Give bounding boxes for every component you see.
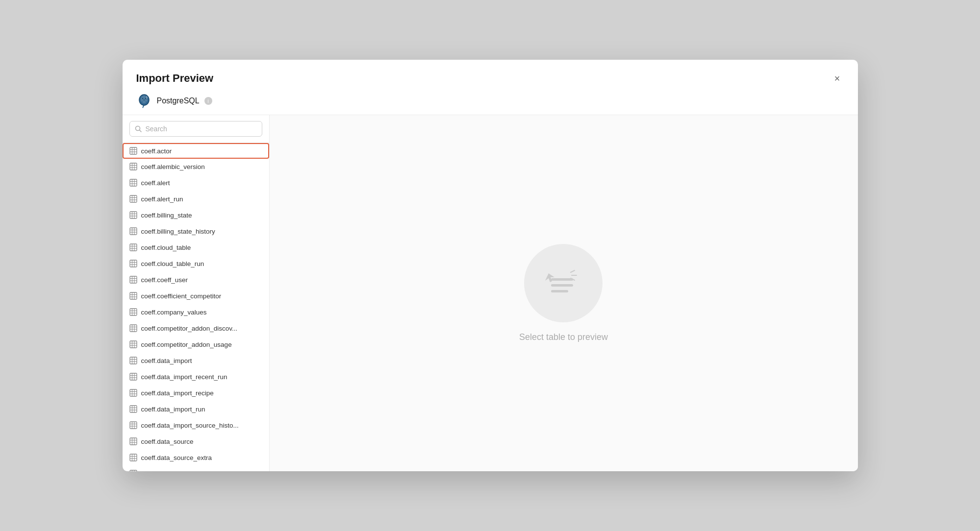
table-list-item[interactable]: coeff.company_values bbox=[123, 304, 269, 320]
svg-rect-141 bbox=[551, 284, 573, 287]
table-list-item[interactable]: coeff.competitor_addon_discov... bbox=[123, 320, 269, 337]
table-icon bbox=[129, 195, 137, 203]
modal-body: coeff.actor coeff.alembic_version coeff.… bbox=[123, 115, 858, 471]
svg-rect-90 bbox=[130, 406, 137, 412]
svg-rect-65 bbox=[130, 325, 137, 332]
svg-rect-75 bbox=[130, 357, 137, 364]
table-name: coeff.coefficient_competitor bbox=[141, 292, 222, 300]
svg-point-7 bbox=[143, 99, 145, 101]
table-list-item[interactable]: coeff.competitor_addon_usage bbox=[123, 337, 269, 353]
table-name: coeff.cloud_table_run bbox=[141, 260, 204, 267]
table-name: coeff.billing_state bbox=[141, 212, 192, 219]
table-name: coeff.data_source bbox=[141, 438, 194, 445]
table-name: coeff.alembic_version bbox=[141, 163, 205, 170]
table-list-item[interactable]: coeff.coeff_user bbox=[123, 272, 269, 288]
table-icon bbox=[129, 227, 137, 235]
table-name: coeff.data_import_run bbox=[141, 406, 205, 413]
search-container bbox=[123, 115, 269, 143]
svg-rect-100 bbox=[130, 438, 137, 445]
svg-point-6 bbox=[145, 98, 146, 99]
svg-rect-35 bbox=[130, 228, 137, 235]
table-name: coeff.company_values bbox=[141, 309, 207, 316]
modal-header: Import Preview × bbox=[123, 60, 858, 85]
svg-rect-95 bbox=[130, 422, 137, 429]
svg-rect-25 bbox=[130, 195, 137, 202]
table-name: coeff.domain_config bbox=[141, 470, 201, 472]
svg-rect-45 bbox=[130, 260, 137, 267]
table-name: coeff.competitor_addon_discov... bbox=[141, 325, 238, 332]
db-name: PostgreSQL bbox=[157, 97, 200, 105]
loading-table-icon bbox=[541, 264, 585, 303]
table-name: coeff.competitor_addon_usage bbox=[141, 341, 232, 348]
table-name: coeff.actor bbox=[141, 147, 172, 155]
info-icon[interactable]: i bbox=[204, 97, 212, 105]
svg-point-5 bbox=[142, 98, 143, 99]
table-name: coeff.data_source_extra bbox=[141, 454, 212, 461]
svg-rect-70 bbox=[130, 341, 137, 348]
table-list-item[interactable]: coeff.billing_state bbox=[123, 207, 269, 223]
close-button[interactable]: × bbox=[830, 72, 844, 85]
svg-rect-85 bbox=[130, 389, 137, 396]
table-icon bbox=[129, 179, 137, 187]
table-list: coeff.actor coeff.alembic_version coeff.… bbox=[123, 143, 269, 471]
table-list-item[interactable]: coeff.data_import_run bbox=[123, 401, 269, 417]
table-list-item[interactable]: coeff.cloud_table bbox=[123, 240, 269, 256]
table-name: coeff.data_import bbox=[141, 357, 192, 364]
table-icon bbox=[129, 389, 137, 397]
table-name: coeff.coeff_user bbox=[141, 276, 188, 284]
table-icon bbox=[129, 147, 137, 155]
sidebar: coeff.actor coeff.alembic_version coeff.… bbox=[123, 115, 270, 471]
table-list-item[interactable]: coeff.data_import_source_histo... bbox=[123, 417, 269, 434]
table-list-item[interactable]: coeff.alert_run bbox=[123, 191, 269, 207]
table-icon bbox=[129, 163, 137, 170]
table-list-item[interactable]: coeff.actor bbox=[123, 143, 269, 159]
table-icon bbox=[129, 405, 137, 413]
table-name: coeff.data_import_recent_run bbox=[141, 373, 227, 381]
svg-rect-30 bbox=[130, 212, 137, 218]
table-list-item[interactable]: coeff.data_import_recipe bbox=[123, 385, 269, 401]
table-list-item[interactable]: coeff.data_source_extra bbox=[123, 450, 269, 466]
table-icon bbox=[129, 308, 137, 316]
table-icon bbox=[129, 470, 137, 471]
empty-state-icon-circle bbox=[524, 244, 603, 322]
table-name: coeff.alert bbox=[141, 179, 170, 187]
table-icon bbox=[129, 324, 137, 332]
search-input[interactable] bbox=[146, 125, 257, 133]
table-icon bbox=[129, 211, 137, 219]
table-list-item[interactable]: coeff.coefficient_competitor bbox=[123, 288, 269, 304]
table-icon bbox=[129, 292, 137, 300]
table-icon bbox=[129, 357, 137, 364]
svg-rect-50 bbox=[130, 276, 137, 283]
table-name: coeff.data_import_recipe bbox=[141, 389, 214, 397]
table-list-item[interactable]: coeff.data_import bbox=[123, 353, 269, 369]
table-list-item[interactable]: coeff.data_source bbox=[123, 434, 269, 450]
svg-rect-20 bbox=[130, 179, 137, 186]
table-list-item[interactable]: coeff.cloud_table_run bbox=[123, 256, 269, 272]
table-list-item[interactable]: coeff.alert bbox=[123, 175, 269, 191]
table-icon bbox=[129, 276, 137, 284]
svg-rect-80 bbox=[130, 373, 137, 380]
table-name: coeff.cloud_table bbox=[141, 244, 191, 251]
search-box bbox=[129, 121, 262, 137]
svg-rect-10 bbox=[130, 147, 137, 154]
svg-rect-60 bbox=[130, 309, 137, 315]
db-label-row: PostgreSQL i bbox=[123, 85, 858, 115]
table-icon bbox=[129, 437, 137, 445]
table-icon bbox=[129, 421, 137, 429]
table-list-item[interactable]: coeff.domain_config bbox=[123, 466, 269, 471]
table-name: coeff.alert_run bbox=[141, 195, 183, 203]
svg-line-143 bbox=[571, 270, 575, 272]
table-name: coeff.data_import_source_histo... bbox=[141, 422, 239, 429]
table-list-item[interactable]: coeff.data_import_recent_run bbox=[123, 369, 269, 385]
svg-rect-110 bbox=[130, 470, 137, 471]
table-list-item[interactable]: coeff.billing_state_history bbox=[123, 223, 269, 240]
table-icon bbox=[129, 454, 137, 461]
svg-rect-15 bbox=[130, 163, 137, 170]
modal-overlay: Import Preview × bbox=[0, 0, 980, 531]
svg-rect-140 bbox=[551, 278, 573, 281]
table-icon bbox=[129, 243, 137, 251]
table-list-item[interactable]: coeff.alembic_version bbox=[123, 159, 269, 175]
modal-title: Import Preview bbox=[136, 72, 214, 85]
table-name: coeff.billing_state_history bbox=[141, 228, 215, 235]
svg-rect-40 bbox=[130, 244, 137, 251]
